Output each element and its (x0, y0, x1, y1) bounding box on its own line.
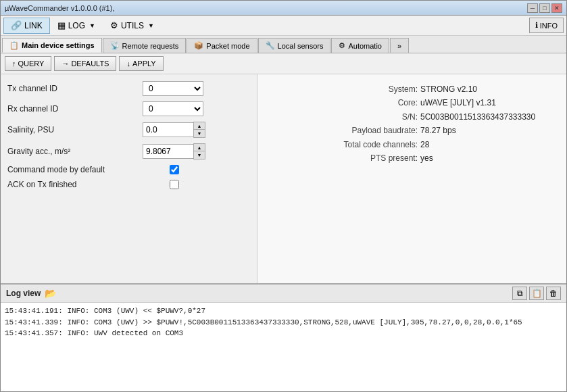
log-toolbar: ⧉ 📋 🗑 (512, 287, 561, 300)
salinity-control: ▲ ▼ (143, 122, 250, 138)
toolbar-row: ↑ QUERY → DEFAULTS ↓ APPLY (1, 53, 566, 74)
apply-down-icon: ↓ (126, 59, 130, 68)
rx-channel-label: Rx channel ID (7, 104, 143, 114)
core-label: Core: (398, 96, 420, 109)
pts-label: PTS present: (370, 151, 420, 165)
log-title: Log view (6, 289, 41, 298)
menu-utils[interactable]: ⚙ UTILS ▼ (103, 18, 162, 34)
tab-auto-label: Automatio (348, 42, 382, 50)
tx-channel-label: Tx channel ID (7, 84, 143, 93)
utils-chevron: ▼ (148, 22, 154, 29)
query-button[interactable]: ↑ QUERY (5, 56, 51, 71)
tabs-bar: 📋 Main device settings 📡 Remote requests… (1, 36, 566, 53)
salinity-input[interactable] (143, 122, 193, 137)
log-clear-button[interactable]: 🗑 (546, 287, 561, 300)
query-label: QUERY (18, 59, 45, 68)
gravity-up-button[interactable]: ▲ (194, 144, 205, 151)
ack-tx-checkbox[interactable] (170, 180, 179, 189)
pts-value: yes (420, 151, 556, 165)
rx-channel-row: Rx channel ID 0 1 2 (7, 101, 250, 116)
gravity-spinner: ▲ ▼ (193, 143, 205, 160)
payload-baud-value: 78.27 bps (420, 124, 556, 137)
gravity-input[interactable] (143, 144, 193, 159)
tab-local-sensors[interactable]: 🔧 Local sensors (258, 38, 331, 53)
ack-tx-row: ACK on Tx finished (7, 180, 250, 189)
tab-packet-label: Packet mode (206, 42, 249, 50)
apply-button[interactable]: ↓ APPLY (119, 56, 163, 71)
gravity-label: Gravity acc., m/s² (7, 147, 143, 156)
tab-sensors-icon: 🔧 (266, 41, 275, 50)
maximize-button[interactable]: □ (539, 3, 550, 13)
log-content[interactable]: 15:43:41.191: INFO: COM3 (UWV) << $PUWV?… (1, 303, 566, 391)
query-up-icon: ↑ (12, 59, 16, 68)
tx-channel-row: Tx channel ID 0 1 2 (7, 81, 250, 96)
window-title: µWaveCommander v1.0.0.0 (#1), (5, 4, 114, 12)
tab-remote-requests[interactable]: 📡 Remote requests (103, 38, 187, 53)
log-area: Log view 📂 ⧉ 📋 🗑 15:43:41.191: INFO: COM… (1, 283, 566, 391)
menu-utils-label: UTILS (121, 21, 144, 30)
baud-info-row: Payload baudrate: 78.27 bps (268, 124, 556, 137)
command-mode-row: Command mode by default (7, 165, 250, 174)
tab-remote-label: Remote requests (122, 42, 179, 50)
folder-icon[interactable]: 📂 (45, 288, 56, 299)
tab-more-chevron: » (397, 42, 401, 50)
log-paste-button[interactable]: 📋 (529, 287, 544, 300)
tab-automation[interactable]: ⚙ Automatio (331, 38, 389, 53)
apply-label: APPLY (132, 59, 156, 68)
utils-icon: ⚙ (110, 20, 118, 30)
info-icon: ℹ (535, 21, 538, 30)
sn-value: 5C003B0011513363437333330 (420, 110, 556, 124)
salinity-down-button[interactable]: ▼ (194, 130, 205, 137)
device-info-table: System: STRONG v2.10 Core: uWAVE [JULY] … (268, 82, 556, 165)
menubar: 🔗 LINK ▦ LOG ▼ ⚙ UTILS ▼ ℹ INFO (1, 16, 566, 36)
salinity-row: Salinity, PSU ▲ ▼ (7, 122, 250, 138)
rx-channel-control: 0 1 2 (143, 101, 250, 116)
log-header: Log view 📂 ⧉ 📋 🗑 (1, 285, 566, 303)
system-value: STRONG v2.10 (420, 82, 556, 96)
menu-log-label: LOG (68, 21, 85, 30)
tab-remote-icon: 📡 (110, 41, 120, 50)
link-icon: 🔗 (11, 20, 22, 30)
window-controls: ─ □ ✕ (527, 3, 562, 13)
salinity-up-button[interactable]: ▲ (194, 122, 205, 130)
tab-auto-icon: ⚙ (339, 41, 345, 50)
tab-sensors-label: Local sensors (278, 42, 324, 50)
menu-log[interactable]: ▦ LOG ▼ (50, 18, 103, 34)
menu-link-label: LINK (24, 21, 43, 30)
defaults-arrow-icon: → (61, 59, 69, 68)
payload-baud-label: Payload baudrate: (352, 124, 420, 137)
gravity-row: Gravity acc., m/s² ▲ ▼ (7, 143, 250, 160)
command-mode-checkbox[interactable] (170, 165, 179, 174)
defaults-button[interactable]: → DEFAULTS (54, 56, 116, 71)
menu-link[interactable]: 🔗 LINK (3, 18, 50, 34)
system-label: System: (389, 82, 420, 96)
panel-area: Tx channel ID 0 1 2 Rx channel ID (1, 74, 566, 283)
log-copy-button[interactable]: ⧉ (512, 287, 527, 300)
main-content: ↑ QUERY → DEFAULTS ↓ APPLY Tx channel ID (1, 53, 566, 283)
rx-channel-select[interactable]: 0 1 2 (143, 101, 203, 116)
tab-packet-icon: 📦 (194, 41, 203, 50)
info-label: INFO (540, 22, 558, 30)
tab-more[interactable]: » (390, 38, 409, 53)
salinity-spinner: ▲ ▼ (193, 122, 205, 138)
minimize-button[interactable]: ─ (527, 3, 538, 13)
log-line: 15:43:41.191: INFO: COM3 (UWV) << $PUWV?… (5, 305, 562, 317)
info-button[interactable]: ℹ INFO (529, 18, 564, 33)
gravity-down-button[interactable]: ▼ (194, 151, 205, 159)
tab-main-device-settings[interactable]: 📋 Main device settings (2, 38, 102, 53)
log-chevron: ▼ (89, 22, 95, 29)
tx-channel-control: 0 1 2 (143, 81, 250, 96)
close-button[interactable]: ✕ (551, 3, 562, 13)
tab-packet-mode[interactable]: 📦 Packet mode (187, 38, 257, 53)
defaults-label: DEFAULTS (71, 59, 109, 68)
title-bar: µWaveCommander v1.0.0.0 (#1), ─ □ ✕ (1, 1, 566, 16)
tx-channel-select[interactable]: 0 1 2 (143, 81, 203, 96)
main-window: µWaveCommander v1.0.0.0 (#1), ─ □ ✕ 🔗 LI… (0, 0, 567, 392)
tab-main-label: Main device settings (22, 41, 95, 49)
log-line: 15:43:41.339: INFO: COM3 (UWV) >> $PUWV!… (5, 317, 562, 328)
right-panel: System: STRONG v2.10 Core: uWAVE [JULY] … (257, 74, 566, 283)
sn-label: S/N: (402, 110, 420, 124)
core-value: uWAVE [JULY] v1.31 (420, 96, 556, 109)
code-channels-row: Total code channels: 28 (268, 138, 556, 151)
total-code-value: 28 (420, 138, 556, 151)
